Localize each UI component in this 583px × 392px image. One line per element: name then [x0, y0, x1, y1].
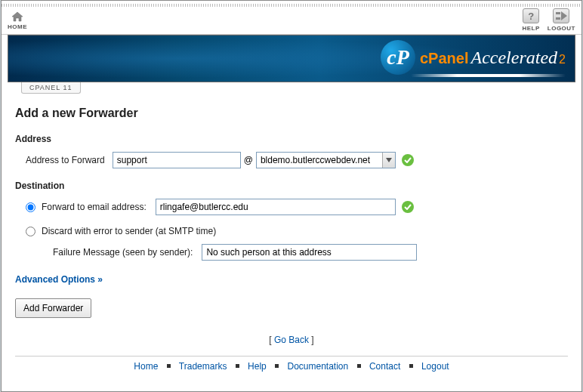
forward-label: Forward to email address:: [42, 202, 147, 212]
forward-email-input[interactable]: [156, 199, 396, 215]
footer-contact[interactable]: Contact: [369, 361, 400, 372]
help-label: HELP: [522, 25, 539, 32]
brand-banner: cP cPanel Accelerated 2: [8, 35, 575, 82]
help-button[interactable]: ? HELP: [522, 8, 539, 32]
help-icon: ?: [523, 8, 539, 23]
home-button[interactable]: HOME: [8, 11, 27, 30]
footer-trademarks[interactable]: Trademarks: [179, 361, 227, 372]
failure-message-label: Failure Message (seen by sender):: [53, 247, 193, 258]
discard-label: Discard with error to sender (at SMTP ti…: [42, 226, 216, 236]
discard-radio[interactable]: [26, 227, 35, 236]
check-icon: [402, 201, 414, 213]
domain-select[interactable]: bldemo.butlerccwebdev.net: [256, 152, 396, 168]
logout-label: LOGOUT: [548, 25, 575, 32]
domain-selected-text: bldemo.butlerccwebdev.net: [257, 155, 382, 165]
check-icon: [402, 154, 414, 166]
separator-icon: [275, 364, 279, 368]
logout-button[interactable]: LOGOUT: [548, 8, 575, 32]
brand-sub-text: 2: [559, 53, 566, 66]
cpanel-logo: cP cPanel Accelerated 2: [381, 40, 566, 75]
footer-home[interactable]: Home: [134, 361, 158, 372]
cpanel-logo-icon: cP: [381, 40, 415, 75]
forward-radio[interactable]: [26, 202, 35, 212]
add-forwarder-button[interactable]: Add Forwarder: [15, 298, 91, 318]
footer-logout[interactable]: Logout: [421, 361, 449, 372]
separator-icon: [236, 364, 239, 368]
bracket-right: ]: [309, 335, 314, 345]
failure-message-input[interactable]: [202, 244, 417, 261]
bracket-left: [: [269, 335, 274, 345]
brand-accel-text: Accelerated: [470, 48, 557, 68]
go-back-link[interactable]: Go Back: [274, 335, 309, 345]
main-content: Add a new Forwarder Address Address to F…: [2, 96, 581, 378]
address-input[interactable]: [113, 152, 241, 168]
advanced-options-link[interactable]: Advanced Options »: [15, 274, 103, 285]
page-title: Add a new Forwarder: [15, 106, 568, 120]
logout-icon: [553, 8, 569, 23]
separator-icon: [409, 364, 413, 368]
address-to-forward-label: Address to Forward: [26, 155, 105, 165]
home-label: HOME: [8, 23, 27, 30]
destination-section-heading: Destination: [15, 181, 568, 191]
brand-panel-text: cPanel: [420, 50, 468, 67]
address-section-heading: Address: [15, 134, 568, 144]
separator-icon: [357, 364, 361, 368]
top-toolbar: HOME ? HELP LOGOUT: [2, 1, 581, 35]
separator-icon: [167, 364, 171, 368]
footer-documentation[interactable]: Documentation: [287, 361, 348, 372]
chevron-down-icon: [382, 153, 395, 168]
at-symbol: @: [244, 155, 253, 165]
go-back-row: [ Go Back ]: [15, 335, 568, 345]
footer-nav: Home Trademarks Help Documentation Conta…: [15, 356, 568, 372]
home-icon: [11, 11, 23, 22]
tab-cpanel[interactable]: CPANEL 11: [21, 82, 81, 94]
footer-help[interactable]: Help: [248, 361, 267, 372]
